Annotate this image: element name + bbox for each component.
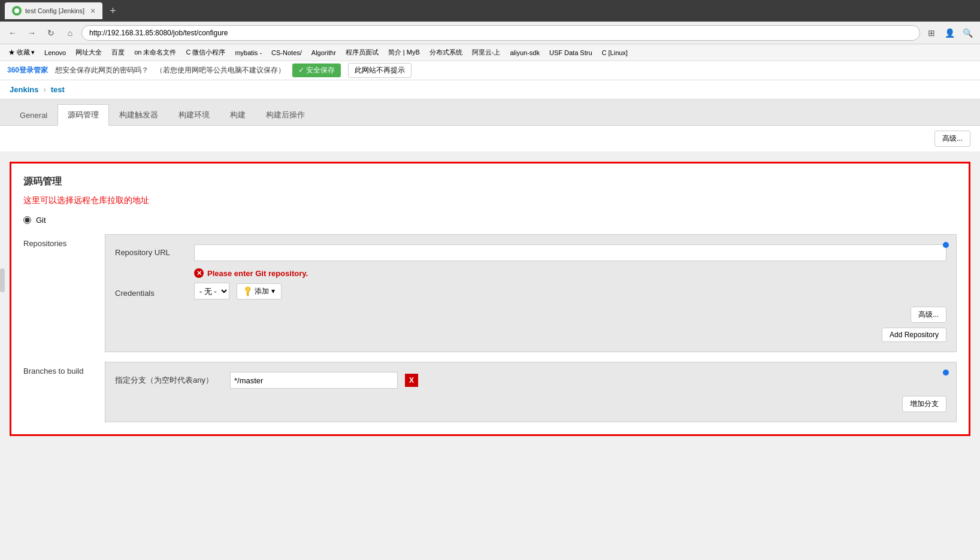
key-icon: 🔑 <box>241 285 254 298</box>
bookmark-datastruct[interactable]: USF Data Stru <box>546 48 596 57</box>
bookmarks-arrow: ▾ <box>31 49 35 56</box>
repositories-content: Repository URL ✕ Please enter Git reposi… <box>105 234 957 352</box>
config-tab-bar: General 源码管理 构建触发器 构建环境 构建 构建后操作 <box>0 99 980 126</box>
add-dropdown-icon: ▾ <box>271 287 275 295</box>
branch-field-label: 指定分支（为空时代表any） <box>115 375 223 386</box>
bookmark-distributed[interactable]: 分布式系统 <box>426 47 466 58</box>
branches-label: Branches to build <box>23 362 95 422</box>
profile-btn[interactable]: 👤 <box>942 25 957 41</box>
bookmarks-folder[interactable]: ★ 收藏 ▾ <box>5 47 38 58</box>
repo-url-field <box>194 244 946 261</box>
error-message: ✕ Please enter Git repository. <box>194 268 946 278</box>
branches-content: 指定分支（为空时代表any） X 增加分支 <box>105 362 957 422</box>
advanced-repo-btn[interactable]: 高级... <box>911 307 946 323</box>
address-bar[interactable] <box>81 25 920 41</box>
bar-360: 360登录管家 想安全保存此网页的密码吗？ （若您使用网吧等公共电脑不建议保存）… <box>0 61 980 80</box>
tab-title: test Config [Jenkins] <box>25 7 84 14</box>
tab-build-trigger[interactable]: 构建触发器 <box>109 104 168 125</box>
tab-build[interactable]: 构建 <box>220 104 256 125</box>
add-repository-btn[interactable]: Add Repository <box>882 328 946 342</box>
section-title: 源码管理 <box>23 175 957 188</box>
browser-titlebar: test Config [Jenkins] × + <box>0 0 980 22</box>
git-radio[interactable] <box>23 216 31 224</box>
home-btn[interactable]: ⌂ <box>62 25 78 41</box>
browser-toolbar: ← → ↻ ⌂ ⊞ 👤 🔍 <box>0 22 980 44</box>
save-password-hint: （若您使用网吧等公共电脑不建议保存） <box>156 65 285 75</box>
bookmark-unnamed[interactable]: on 未命名文件 <box>131 47 180 58</box>
credentials-select[interactable]: - 无 - <box>194 283 229 299</box>
breadcrumb-jenkins[interactable]: Jenkins <box>10 85 38 94</box>
branch-input[interactable] <box>230 372 398 389</box>
tab-favicon <box>12 6 22 16</box>
breadcrumb-test[interactable]: test <box>51 85 65 94</box>
error-text: Please enter Git repository. <box>207 269 308 278</box>
bookmark-intro[interactable]: 简介 | MyB <box>385 47 424 58</box>
branch-dot-indicator <box>943 370 949 376</box>
git-radio-label: Git <box>36 216 46 225</box>
add-branch-btn[interactable]: 增加分支 <box>902 396 946 412</box>
browser-chrome: test Config [Jenkins] × + ← → ↻ ⌂ ⊞ 👤 🔍 … <box>0 0 980 61</box>
search-btn[interactable]: 🔍 <box>960 25 975 41</box>
bookmark-lenovo[interactable]: Lenovo <box>41 48 69 57</box>
repo-url-row: Repository URL <box>115 244 946 261</box>
bookmark-csnotes[interactable]: CS-Notes/ <box>268 48 306 57</box>
breadcrumb-sep: › <box>43 85 46 94</box>
repo-url-input[interactable] <box>194 244 946 261</box>
active-browser-tab[interactable]: test Config [Jenkins] × <box>5 2 102 19</box>
bookmark-linux[interactable]: C [Linux] <box>598 48 631 57</box>
bookmark-webdaquan[interactable]: 网址大全 <box>72 47 105 58</box>
repos-actions: 高级... Add Repository <box>115 307 946 342</box>
tab-build-env[interactable]: 构建环境 <box>168 104 220 125</box>
bookmark-mybatis[interactable]: mybatis - <box>231 48 265 57</box>
breadcrumb: Jenkins › test <box>0 80 980 99</box>
tab-general[interactable]: General <box>10 104 58 125</box>
refresh-btn[interactable]: ↻ <box>43 25 59 41</box>
advanced-top-btn[interactable]: 高级... <box>934 131 970 147</box>
bookmarks-bar: ★ 收藏 ▾ Lenovo 网址大全 百度 on 未命名文件 C 微信小程序 m… <box>0 44 980 61</box>
error-icon: ✕ <box>194 268 204 278</box>
safe-save-btn[interactable]: ✓ 安全保存 <box>292 63 341 77</box>
credentials-label: Credentials <box>115 285 187 298</box>
repositories-section: Repositories Repository URL ✕ Please ent… <box>23 234 957 352</box>
hint-text: 这里可以选择远程仓库拉取的地址 <box>23 195 957 206</box>
repo-url-label: Repository URL <box>115 244 187 257</box>
bookmark-baidu[interactable]: 百度 <box>108 47 128 58</box>
bookmark-aliyun[interactable]: 阿里云-上 <box>468 47 504 58</box>
logo-360: 360登录管家 <box>7 65 48 75</box>
extensions-btn[interactable]: ⊞ <box>924 25 939 41</box>
bookmark-programmer[interactable]: 程序员面试 <box>342 47 382 58</box>
bookmark-algorithm[interactable]: Algorithr <box>308 48 340 57</box>
tab-close-btn[interactable]: × <box>90 6 95 16</box>
back-btn[interactable]: ← <box>5 25 20 41</box>
add-btn-label: 添加 <box>255 286 269 296</box>
browser-icons: ⊞ 👤 🔍 <box>924 25 975 41</box>
repositories-label: Repositories <box>23 234 95 352</box>
save-password-text: 想安全保存此网页的密码吗？ <box>55 65 149 75</box>
tab-post-build[interactable]: 构建后操作 <box>256 104 315 125</box>
svg-point-0 <box>14 8 19 13</box>
forward-btn[interactable]: → <box>24 25 40 41</box>
remove-branch-btn[interactable]: X <box>405 374 418 387</box>
left-scroll-handle[interactable] <box>0 268 5 292</box>
dot-indicator <box>943 242 949 248</box>
git-radio-option: Git <box>23 216 957 225</box>
branch-row: 指定分支（为空时代表any） X <box>115 372 946 389</box>
no-remind-btn[interactable]: 此网站不再提示 <box>348 63 412 78</box>
bookmark-aliyun-sdk[interactable]: aliyun-sdk <box>506 48 543 57</box>
toolbar-right: 高级... <box>0 126 980 152</box>
jenkins-content: Jenkins › test General 源码管理 构建触发器 构建环境 构… <box>0 80 980 535</box>
bookmark-wechat[interactable]: C 微信小程序 <box>182 47 229 58</box>
new-tab-btn[interactable]: + <box>110 5 116 17</box>
branches-section: Branches to build 指定分支（为空时代表any） X 增加分支 <box>23 362 957 422</box>
main-content: 源码管理 这里可以选择远程仓库拉取的地址 Git Repositories Re… <box>0 152 980 446</box>
source-mgmt-section: 源码管理 这里可以选择远程仓库拉取的地址 Git Repositories Re… <box>10 162 970 436</box>
tab-source-code[interactable]: 源码管理 <box>58 104 109 126</box>
bookmarks-label: ★ 收藏 <box>8 48 30 57</box>
credentials-row: Credentials - 无 - 🔑 添加 ▾ <box>115 283 946 299</box>
add-credentials-btn[interactable]: 🔑 添加 ▾ <box>237 283 282 299</box>
